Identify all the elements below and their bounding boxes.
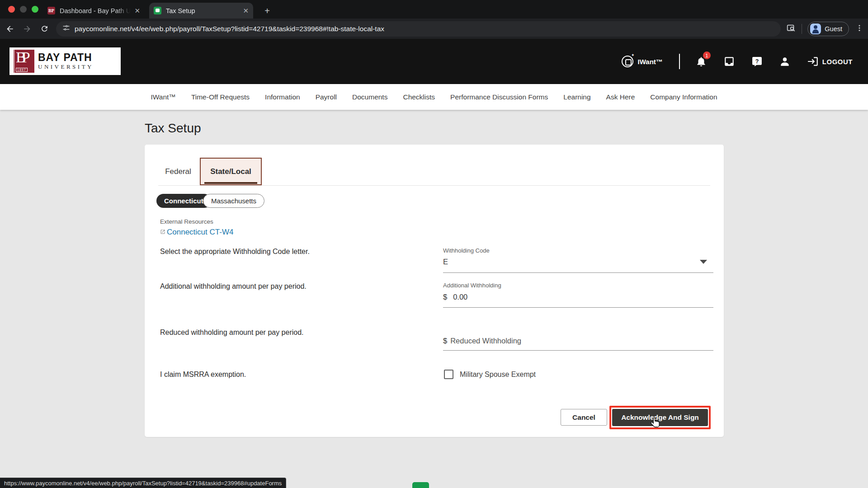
iwant-button[interactable]: IWant™ <box>622 56 663 67</box>
logout-button[interactable]: LOGOUT <box>807 56 853 67</box>
paycom-favicon-icon <box>154 7 161 14</box>
browser-tab-bar: BP Dashboard - Bay Path Univers ✕ Tax Se… <box>0 0 868 19</box>
state-pill-massachusetts[interactable]: Massachusetts <box>203 194 264 208</box>
page-title: Tax Setup <box>145 121 201 136</box>
svg-text:?: ? <box>755 58 759 64</box>
military-spouse-exempt-label: Military Spouse Exempt <box>460 371 536 379</box>
baypath-logo[interactable]: BP 1897 BAY PATH UNIVERSITY <box>9 47 121 75</box>
nav-item-company-information[interactable]: Company Information <box>650 93 717 101</box>
currency-prefix: $ <box>443 293 447 301</box>
tab-close-icon[interactable]: ✕ <box>134 7 140 15</box>
help-button[interactable]: ? <box>751 56 763 67</box>
browser-toolbar: paycomonline.net/v4/ee/web.php/payroll/T… <box>0 19 868 39</box>
app-header: BP 1897 BAY PATH UNIVERSITY IWant™ 1 ? <box>0 39 868 84</box>
url-text[interactable]: paycomonline.net/v4/ee/web.php/payroll/T… <box>75 25 384 33</box>
tab-search-icon[interactable] <box>786 23 796 35</box>
field-underline <box>443 350 713 351</box>
nav-item-iwant[interactable]: IWant™ <box>151 93 175 101</box>
profile-button[interactable]: Guest <box>807 22 849 36</box>
nav-item-performance-discussion-forms[interactable]: Performance Discussion Forms <box>450 93 548 101</box>
notification-badge: 1 <box>703 52 711 59</box>
nav-item-time-off-requests[interactable]: Time-Off Requests <box>191 93 250 101</box>
tab-close-icon[interactable]: ✕ <box>243 7 249 15</box>
nav-item-learning[interactable]: Learning <box>563 93 590 101</box>
inbox-button[interactable] <box>723 56 735 67</box>
person-icon <box>779 56 791 67</box>
question-additional-withholding: Additional withholding amount per pay pe… <box>160 282 307 291</box>
nav-item-documents[interactable]: Documents <box>352 93 387 101</box>
back-icon[interactable] <box>3 22 17 36</box>
cancel-button[interactable]: Cancel <box>561 409 607 426</box>
new-tab-button[interactable]: + <box>261 5 274 17</box>
tabs-divider <box>158 185 710 186</box>
withholding-code-label: Withholding Code <box>443 247 490 254</box>
tab-state-local[interactable]: State/Local <box>200 158 262 185</box>
notifications-button[interactable]: 1 <box>695 56 707 67</box>
additional-withholding-input[interactable] <box>453 293 643 301</box>
browser-tab-dashboard[interactable]: BP Dashboard - Bay Path Univers ✕ <box>43 3 145 19</box>
reduced-withholding-input[interactable] <box>450 337 640 345</box>
profile-label: Guest <box>825 25 842 33</box>
nav-item-information[interactable]: Information <box>265 93 300 101</box>
help-icon: ? <box>751 56 763 67</box>
tab-federal[interactable]: Federal <box>157 158 199 185</box>
traffic-light-close[interactable] <box>8 6 15 13</box>
cursor-pointer-icon <box>650 417 661 431</box>
logo-monogram: BP 1897 <box>13 50 34 73</box>
baypath-favicon-icon: BP <box>47 7 55 14</box>
iwant-icon <box>622 56 633 67</box>
forward-icon[interactable] <box>20 22 34 36</box>
military-spouse-exempt-checkbox[interactable] <box>444 370 453 379</box>
question-msrra-exemption: I claim MSRRA exemption. <box>160 371 246 379</box>
logo-line1: BAY PATH <box>38 52 94 63</box>
toolbar-separator <box>802 24 802 34</box>
inbox-icon <box>723 56 735 67</box>
tab-title: Tax Setup <box>166 7 239 14</box>
nav-item-payroll[interactable]: Payroll <box>316 93 337 101</box>
tab-title: Dashboard - Bay Path Univers <box>60 7 131 14</box>
account-button[interactable] <box>779 56 791 67</box>
additional-withholding-label: Additional Withholding <box>443 282 501 289</box>
nav-item-ask-here[interactable]: Ask Here <box>606 93 635 101</box>
main-nav: IWant™ Time-Off Requests Information Pay… <box>0 84 868 110</box>
dock-peek-icon <box>412 482 429 488</box>
question-reduced-withholding: Reduced withholding amount per pay perio… <box>160 328 304 337</box>
traffic-light-zoom[interactable] <box>32 6 38 13</box>
withholding-code-select[interactable]: E <box>443 258 448 266</box>
browser-tab-tax-setup[interactable]: Tax Setup ✕ <box>149 3 253 19</box>
nav-item-checklists[interactable]: Checklists <box>403 93 435 101</box>
profile-avatar-icon <box>810 23 821 34</box>
tax-setup-card: Federal State/Local Connecticut Massachu… <box>145 145 724 437</box>
address-bar[interactable]: paycomonline.net/v4/ee/web.php/payroll/T… <box>56 21 781 37</box>
logo-year: 1897 <box>16 68 28 72</box>
site-info-icon[interactable] <box>62 24 70 33</box>
select-caret-icon[interactable] <box>700 260 707 264</box>
external-resources-heading: External Resources <box>160 218 213 225</box>
status-link-preview: https://www.paycomonline.net/v4/ee/web.p… <box>0 478 286 488</box>
external-link-connecticut-ct-w4[interactable]: Connecticut CT-W4 <box>167 228 233 237</box>
traffic-light-minimize[interactable] <box>20 6 27 13</box>
logo-line2: UNIVERSITY <box>38 63 94 70</box>
external-link-icon <box>160 228 165 236</box>
currency-prefix: $ <box>443 337 447 345</box>
logout-icon <box>807 56 819 67</box>
menu-kebab-icon[interactable] <box>855 24 863 34</box>
field-underline <box>443 272 713 273</box>
question-withholding-code: Select the appropriate Withholding Code … <box>160 248 310 256</box>
field-underline <box>443 307 713 308</box>
reload-icon[interactable] <box>37 22 52 36</box>
header-separator <box>679 54 680 69</box>
screen: BP Dashboard - Bay Path Univers ✕ Tax Se… <box>0 0 868 488</box>
